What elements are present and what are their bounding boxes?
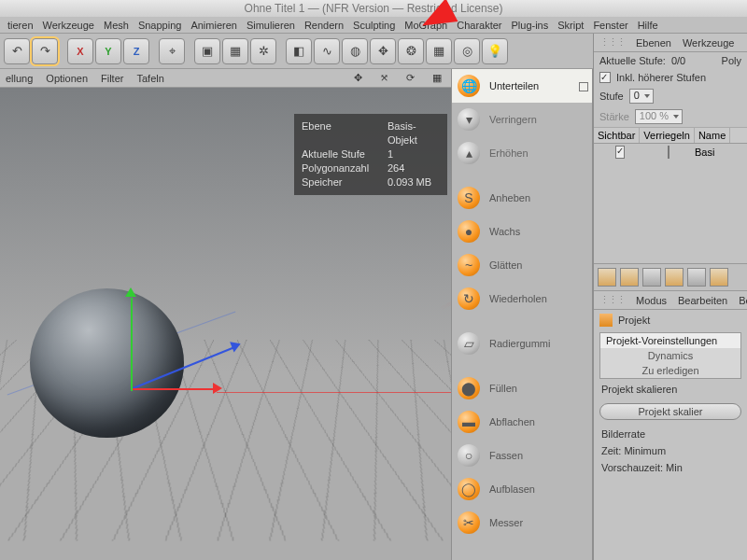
- menu-plugins[interactable]: Plug-ins: [512, 20, 549, 31]
- label-stufe2: Stufe: [599, 91, 624, 102]
- menu-fenster[interactable]: Fenster: [593, 20, 627, 31]
- axis-x-icon[interactable]: X: [67, 38, 93, 64]
- menu-simulieren[interactable]: Simulieren: [247, 20, 295, 31]
- menu-rendern[interactable]: Rendern: [304, 20, 344, 31]
- vmenu-filter[interactable]: Filter: [101, 73, 123, 84]
- tool-grab[interactable]: ○ Fassen: [452, 439, 592, 472]
- coord-icon[interactable]: ⌖: [159, 38, 185, 64]
- tool-knife[interactable]: ✂ Messer: [452, 506, 592, 539]
- tool-pull[interactable]: S Anheben: [452, 181, 592, 215]
- btn-proj-skalieren[interactable]: Projekt skalier: [599, 403, 741, 420]
- tool-flatten[interactable]: ▬ Abflachen: [452, 405, 592, 439]
- tab-todo[interactable]: Zu erledigen: [600, 363, 740, 378]
- mgr-btn-5[interactable]: [687, 268, 706, 287]
- tool-increase[interactable]: ▴ Erhöhen: [452, 136, 592, 170]
- tool-repeat[interactable]: ↻ Wiederholen: [452, 282, 592, 315]
- tool-eraser[interactable]: ▱ Radiergummi: [452, 327, 592, 360]
- nav-zoom-icon[interactable]: ⤧: [380, 72, 393, 85]
- array-icon[interactable]: ✥: [370, 38, 396, 64]
- nurbs-icon[interactable]: ◍: [342, 38, 368, 64]
- menu-tieren[interactable]: tieren: [7, 20, 34, 31]
- vmenu-darstellung[interactable]: ellung: [6, 73, 33, 84]
- grip-icon-2[interactable]: ⋮⋮⋮: [599, 294, 625, 306]
- inflate-icon: ◯: [458, 478, 480, 500]
- nav-move-icon[interactable]: ✥: [354, 72, 367, 85]
- menu-charakter[interactable]: Charakter: [457, 20, 501, 31]
- label-zeit-min: Zeit: Minimum: [601, 445, 740, 456]
- layer-row[interactable]: Basi: [594, 144, 747, 161]
- mgr-btn-2[interactable]: [620, 268, 639, 287]
- viewport-menubar: ellung Optionen Filter Tafeln ✥ ⤧ ⟳ ▦: [0, 69, 451, 88]
- pull-icon: S: [458, 187, 480, 209]
- mgr-btn-3[interactable]: [642, 268, 661, 287]
- light-icon[interactable]: 💡: [482, 38, 508, 64]
- tab-bearbeiten[interactable]: Bearbeiten: [678, 295, 727, 306]
- gizmo-y-axis[interactable]: [131, 298, 133, 391]
- col-name[interactable]: Name: [695, 128, 730, 143]
- eraser-icon: ▱: [458, 332, 480, 355]
- tab-ebenen[interactable]: Ebenen: [636, 37, 671, 49]
- redo-icon[interactable]: ↷: [32, 38, 58, 64]
- axis-x-floor: [217, 392, 452, 393]
- expand-icon[interactable]: [579, 82, 588, 91]
- grip-icon[interactable]: ⋮⋮⋮: [599, 36, 625, 49]
- axis-y-icon[interactable]: Y: [95, 38, 121, 64]
- deformer-icon[interactable]: ❂: [398, 38, 424, 64]
- nav-layout-icon[interactable]: ▦: [432, 72, 445, 85]
- camera-icon[interactable]: ◎: [454, 38, 480, 64]
- spline-icon[interactable]: ∿: [314, 38, 340, 64]
- globe-icon: 🌐: [458, 75, 480, 97]
- label-stufe: Aktuelle Stufe:: [599, 55, 666, 66]
- tab-proj-voreinst[interactable]: Projekt-Voreinstellungen: [600, 333, 740, 348]
- layer-visible-checkbox[interactable]: [615, 146, 625, 159]
- value-stufe: 0/0: [671, 55, 685, 66]
- smooth-icon: ~: [458, 254, 480, 276]
- cube-icon[interactable]: ◧: [286, 38, 312, 64]
- tool-inflate[interactable]: ◯ Aufblasen: [452, 472, 592, 506]
- tab-dynamics[interactable]: Dynamics: [600, 348, 740, 363]
- gizmo-x-arrow[interactable]: [213, 383, 222, 394]
- label-vorschau: Vorschauzeit: Min: [601, 462, 740, 473]
- menu-mesh[interactable]: Mesh: [104, 20, 129, 31]
- project-tabs: Projekt-Voreinstellungen Dynamics Zu erl…: [599, 332, 741, 379]
- tab-werkzeuge[interactable]: Werkzeuge: [683, 37, 734, 49]
- menu-werkzeuge[interactable]: Werkzeuge: [43, 20, 94, 31]
- viewport[interactable]: EbeneBasis-Objekt Aktuelle Stufe1 Polygo…: [0, 88, 451, 560]
- label-inkl: Inkl. höherer Stufen: [616, 72, 706, 83]
- render-region-icon[interactable]: ▦: [222, 38, 248, 64]
- menu-sculpting[interactable]: Sculpting: [353, 20, 395, 31]
- tool-subdivide[interactable]: 🌐 Unterteilen: [452, 69, 592, 103]
- tool-fill[interactable]: ⬤ Füllen: [452, 371, 592, 405]
- checkbox-inkl[interactable]: [599, 72, 611, 83]
- decrease-icon: ▾: [458, 108, 480, 131]
- gizmo-y-arrow[interactable]: [125, 287, 136, 297]
- gizmo-x-axis[interactable]: [131, 388, 219, 390]
- layer-columns: Sichtbar Verriegeln Name: [594, 127, 747, 144]
- tool-wax[interactable]: ● Wachs: [452, 215, 592, 248]
- tool-smooth[interactable]: ~ Glätten: [452, 248, 592, 282]
- col-sichtbar[interactable]: Sichtbar: [594, 128, 640, 143]
- col-verriegeln[interactable]: Verriegeln: [640, 128, 695, 143]
- axis-z-icon[interactable]: Z: [123, 38, 149, 64]
- tab-modus[interactable]: Modus: [636, 295, 667, 306]
- mgr-btn-1[interactable]: [598, 268, 616, 287]
- render-icon[interactable]: ▣: [194, 38, 220, 64]
- layer-lock-checkbox[interactable]: [668, 146, 669, 159]
- vmenu-optionen[interactable]: Optionen: [46, 73, 88, 84]
- sphere-object[interactable]: [30, 288, 184, 438]
- tool-decrease[interactable]: ▾ Verringern: [452, 103, 592, 136]
- tab-be[interactable]: Be: [739, 295, 747, 306]
- environment-icon[interactable]: ▦: [426, 38, 452, 64]
- menu-skript[interactable]: Skript: [557, 20, 584, 31]
- undo-icon[interactable]: ↶: [4, 38, 30, 64]
- select-stufe[interactable]: 0: [629, 89, 654, 104]
- vmenu-tafeln[interactable]: Tafeln: [136, 73, 163, 84]
- mgr-btn-6[interactable]: [710, 268, 728, 287]
- render-settings-icon[interactable]: ✲: [250, 38, 276, 64]
- mgr-btn-4[interactable]: [665, 268, 684, 287]
- menu-hilfe[interactable]: Hilfe: [638, 20, 658, 31]
- menu-animieren[interactable]: Animieren: [190, 20, 237, 31]
- repeat-icon: ↻: [458, 287, 480, 310]
- nav-orbit-icon[interactable]: ⟳: [406, 72, 419, 85]
- menu-snapping[interactable]: Snapping: [138, 20, 182, 31]
